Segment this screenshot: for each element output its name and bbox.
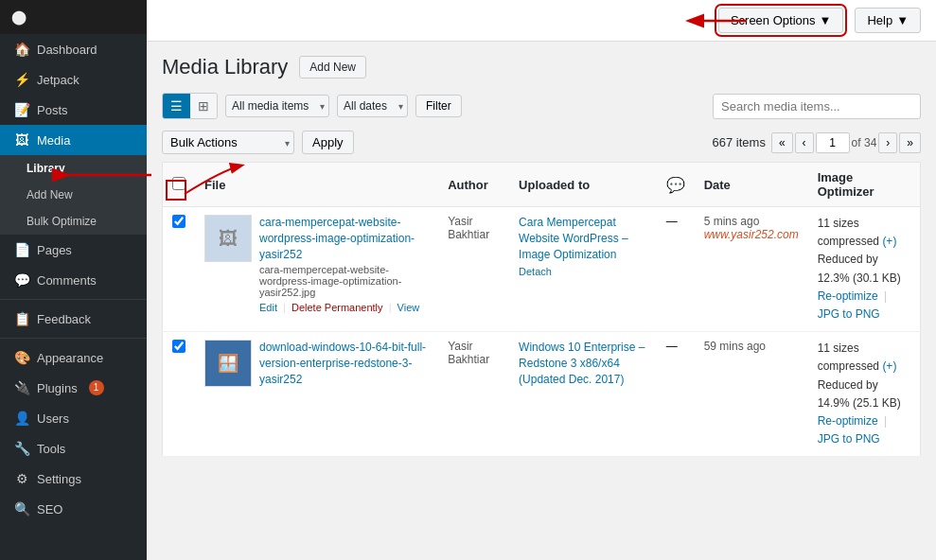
- row2-thumbnail: 🪟: [204, 340, 252, 387]
- row2-comment-count: —: [666, 340, 678, 353]
- sidebar-item-users[interactable]: 👤 Users: [0, 403, 147, 433]
- row1-detach-link[interactable]: Detach: [519, 266, 647, 277]
- row2-reoptimize-link[interactable]: Re-optimize: [818, 414, 878, 428]
- sidebar-sub-library[interactable]: Library: [0, 155, 147, 182]
- plugins-badge: 1: [89, 380, 104, 395]
- select-all-checkbox[interactable]: [172, 177, 185, 190]
- row2-optimizer-cell: 11 sizes compressed (+) Reduced by 14.9%…: [808, 332, 921, 457]
- row1-cb-cell: [163, 207, 196, 332]
- row2-uploaded-to-link[interactable]: Windows 10 Enterprise – Redstone 3 x86/x…: [519, 340, 647, 387]
- sidebar-item-media[interactable]: 🖼 Media: [0, 125, 147, 155]
- dashboard-icon: 🏠: [14, 42, 29, 57]
- sidebar-item-label: Pages: [37, 243, 72, 257]
- filter-bar: ☰ ⊞ All media items All dates Filter: [147, 89, 936, 127]
- sidebar-item-settings[interactable]: ⚙ Settings: [0, 464, 147, 494]
- page-header: Media Library Add New: [147, 42, 936, 89]
- sidebar-item-pages[interactable]: 📄 Pages: [0, 235, 147, 265]
- col-header-author: Author: [438, 163, 509, 207]
- row1-file-link[interactable]: cara-mempercepat-website-wordpress-image…: [259, 215, 429, 262]
- tools-icon: 🔧: [14, 441, 29, 456]
- sidebar-item-label: SEO: [37, 502, 62, 516]
- row2-file-cell: 🪟 download-windows-10-64-bit-full-versio…: [195, 332, 438, 457]
- users-icon: 👤: [14, 411, 29, 426]
- col-header-uploaded-to: Uploaded to: [509, 163, 657, 207]
- list-view-button[interactable]: ☰: [163, 94, 190, 118]
- toolbar-row: Bulk Actions Apply 667 items « ‹ of 34 ›…: [147, 127, 936, 162]
- view-toggle: ☰ ⊞: [162, 93, 218, 119]
- topbar-right: Screen Options ▼ Help ▼: [718, 8, 921, 33]
- sidebar-sub-bulk-optimize[interactable]: Bulk Optimize: [0, 208, 147, 235]
- row2-optimizer-plus[interactable]: (+): [882, 359, 896, 373]
- bulk-actions-select[interactable]: Bulk Actions: [162, 131, 294, 154]
- row1-sep1: |: [283, 302, 289, 313]
- row1-optimizer-plus[interactable]: (+): [882, 235, 896, 248]
- sidebar-media-submenu: Library Add New Bulk Optimize: [0, 155, 147, 235]
- jetpack-icon: ⚡: [14, 72, 29, 87]
- plugins-icon: 🔌: [14, 380, 29, 395]
- row1-checkbox[interactable]: [172, 215, 185, 228]
- row1-thumbnail: 🖼: [204, 215, 252, 262]
- help-label: Help: [867, 13, 892, 27]
- row2-file-link[interactable]: download-windows-10-64-bit-full-version-…: [259, 340, 429, 387]
- search-input[interactable]: [713, 94, 921, 119]
- sidebar-item-jetpack[interactable]: ⚡ Jetpack: [0, 64, 147, 95]
- sidebar-item-plugins[interactable]: 🔌 Plugins 1: [0, 373, 147, 403]
- library-label: Library: [26, 162, 65, 175]
- screen-options-button[interactable]: Screen Options ▼: [718, 8, 843, 33]
- grid-view-button[interactable]: ⊞: [190, 94, 217, 118]
- row1-convert-link[interactable]: JPG to PNG: [818, 307, 880, 321]
- last-page-button[interactable]: »: [899, 132, 921, 153]
- sidebar-item-posts[interactable]: 📝 Posts: [0, 95, 147, 125]
- sidebar-item-label: Users: [37, 411, 69, 426]
- row2-comment-cell: —: [657, 332, 695, 457]
- screen-options-label: Screen Options: [731, 13, 816, 27]
- all-media-select[interactable]: All media items: [225, 95, 329, 117]
- sidebar-item-seo[interactable]: 🔍 SEO: [0, 494, 147, 524]
- sidebar-divider-2: [0, 338, 147, 339]
- row2-author-cell: Yasir Bakhtiar: [438, 332, 509, 457]
- row1-uploaded-to-link[interactable]: Cara Mempercepat Website WordPress – Ima…: [519, 215, 647, 262]
- row2-cb-cell: [163, 332, 196, 457]
- next-page-button[interactable]: ›: [878, 132, 897, 153]
- row2-optimizer-text: 11 sizes compressed (+) Reduced by 14.9%…: [818, 340, 910, 448]
- row1-comment-cell: —: [657, 207, 695, 332]
- row1-edit-link[interactable]: Edit: [259, 302, 277, 313]
- sidebar-item-dashboard[interactable]: 🏠 Dashboard: [0, 34, 147, 64]
- add-new-button[interactable]: Add New: [299, 56, 366, 79]
- row1-author-cell: Yasir Bakhtiar: [438, 207, 509, 332]
- items-count-area: 667 items « ‹ of 34 › »: [713, 132, 921, 153]
- table-header-row: File Author Uploaded to 💬 Date Image Opt…: [163, 163, 921, 207]
- row1-watermark: www.yasir252.com: [704, 228, 799, 241]
- first-page-button[interactable]: «: [771, 132, 793, 153]
- sidebar-item-comments[interactable]: 💬 Comments: [0, 265, 147, 295]
- sidebar-item-appearance[interactable]: 🎨 Appearance: [0, 342, 147, 373]
- row1-date-cell: 5 mins ago www.yasir252.com: [695, 207, 808, 332]
- page-title: Media Library: [162, 55, 288, 79]
- all-dates-select[interactable]: All dates: [337, 95, 408, 117]
- items-count-text: 667 items: [713, 135, 766, 149]
- row1-reoptimize-link[interactable]: Re-optimize: [818, 289, 878, 303]
- prev-page-button[interactable]: ‹: [795, 132, 814, 153]
- seo-icon: 🔍: [14, 501, 29, 516]
- page-number-input[interactable]: [816, 132, 850, 153]
- row1-delete-link[interactable]: Delete Permanently: [291, 302, 383, 313]
- help-button[interactable]: Help ▼: [855, 8, 921, 33]
- row1-view-link[interactable]: View: [397, 302, 420, 313]
- screen-options-arrow-icon: ▼: [820, 13, 832, 27]
- media-icon: 🖼: [14, 132, 29, 148]
- row1-uploaded-cell: Cara Mempercepat Website WordPress – Ima…: [509, 207, 657, 332]
- row2-convert-link[interactable]: JPG to PNG: [818, 432, 880, 446]
- sidebar-item-feedback[interactable]: 📋 Feedback: [0, 304, 147, 334]
- wp-logo-icon: ⬤: [11, 9, 26, 25]
- bulk-actions-wrapper: Bulk Actions: [162, 131, 294, 154]
- sidebar-divider-1: [0, 299, 147, 300]
- row2-checkbox[interactable]: [172, 340, 185, 353]
- sidebar-sub-add-new[interactable]: Add New: [0, 182, 147, 208]
- sidebar-item-label: Feedback: [37, 312, 91, 326]
- row2-author: Yasir Bakhtiar: [448, 340, 489, 366]
- apply-button[interactable]: Apply: [302, 131, 354, 154]
- filter-button[interactable]: Filter: [415, 95, 462, 117]
- row1-file-info: cara-mempercepat-website-wordpress-image…: [259, 215, 429, 313]
- sidebar-item-tools[interactable]: 🔧 Tools: [0, 433, 147, 464]
- col-header-date: Date: [695, 163, 808, 207]
